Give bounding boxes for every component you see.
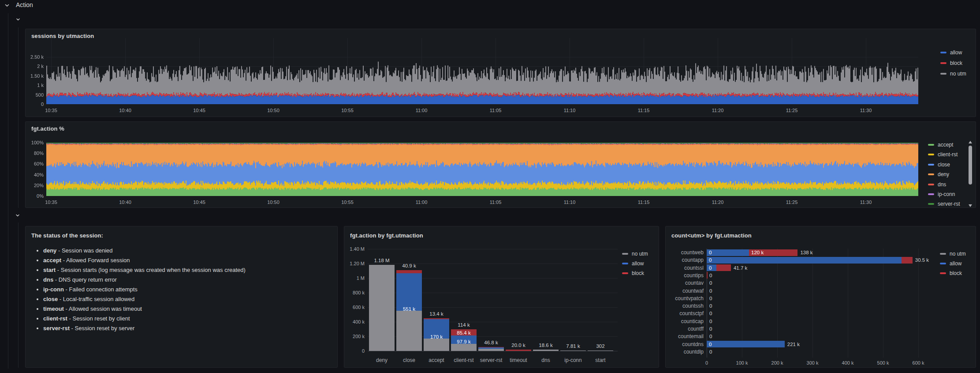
legend-scrollbar[interactable] bbox=[968, 139, 973, 208]
x-axis-tick: 10:50 bbox=[256, 200, 291, 205]
subrow-collapse-chevron-icon[interactable] bbox=[15, 16, 22, 23]
legend-swatch bbox=[928, 144, 934, 146]
bar-segment-no utm[interactable] bbox=[533, 350, 559, 351]
bar-segment-no utm[interactable] bbox=[560, 350, 586, 351]
scrollbar-thumb[interactable] bbox=[969, 146, 972, 185]
x-axis-tick: 400 k bbox=[835, 360, 861, 365]
x-axis-tick: 200 k bbox=[764, 360, 790, 365]
bar-segment-allow[interactable] bbox=[707, 341, 785, 347]
legend-item-block[interactable]: block bbox=[940, 60, 962, 66]
y-axis-tick: 20% bbox=[26, 183, 44, 188]
status-item: dns - DNS query return error bbox=[43, 275, 334, 285]
y-axis-tick: 2.50 k bbox=[26, 54, 44, 60]
legend-item-no utm[interactable]: no utm bbox=[940, 71, 966, 76]
y-category-label: counticap bbox=[666, 319, 704, 324]
bar-value-label: 0 bbox=[709, 334, 712, 339]
legend-swatch bbox=[940, 62, 946, 64]
bar-value-label: 0 bbox=[709, 288, 712, 294]
legend-item-dns[interactable]: dns bbox=[928, 182, 946, 187]
status-item: timeout - Allowed session was timeout bbox=[43, 304, 334, 314]
bar-value-label: 0 bbox=[709, 257, 712, 263]
legend-item-block[interactable]: block bbox=[940, 271, 962, 276]
subrow2-collapse-chevron-icon[interactable] bbox=[15, 212, 22, 219]
y-axis-tick: 400 k bbox=[344, 319, 365, 324]
status-description: - Allowed session was timeout bbox=[64, 305, 142, 312]
status-item: client-rst - Session reset by client bbox=[43, 314, 334, 324]
action-percent-area-chart[interactable] bbox=[46, 143, 918, 196]
legend-swatch bbox=[940, 52, 946, 53]
y-axis-tick: 1 M bbox=[344, 275, 365, 281]
legend-item-ip-conn[interactable]: ip-conn bbox=[928, 192, 955, 197]
status-term: ip-conn bbox=[43, 286, 64, 293]
y-axis-tick: 600 k bbox=[344, 305, 365, 310]
bar-value-label: 0 bbox=[709, 342, 712, 347]
legend-item-no utm[interactable]: no utm bbox=[622, 251, 648, 256]
bar-segment-block[interactable] bbox=[424, 318, 449, 319]
status-description: - Session reset by server bbox=[70, 325, 134, 332]
legend-swatch bbox=[940, 73, 946, 75]
y-category-label: countwaf bbox=[666, 288, 704, 294]
dashboard: Action sessions by utmaction allowblockn… bbox=[0, 0, 980, 373]
bar-segment-allow[interactable] bbox=[707, 257, 902, 264]
bar-value-label: 0 bbox=[709, 319, 712, 324]
bar-value-label: 0 bbox=[709, 273, 712, 279]
bar-segment-block[interactable] bbox=[396, 270, 422, 273]
y-axis-tick: 1.50 k bbox=[26, 73, 44, 79]
x-axis-tick: 11:30 bbox=[848, 200, 883, 205]
bar-segment-allow[interactable] bbox=[396, 273, 422, 311]
x-axis-tick: 600 k bbox=[905, 360, 932, 365]
x-axis-tick: 11:15 bbox=[626, 108, 661, 113]
scrollbar-down-icon[interactable] bbox=[969, 204, 972, 207]
panel-title: fgt.action % bbox=[31, 125, 64, 132]
status-item: server-rst - Session reset by server bbox=[43, 324, 334, 333]
legend-item-accept[interactable]: accept bbox=[928, 142, 953, 147]
row-collapse-chevron-icon[interactable] bbox=[4, 2, 11, 9]
legend-swatch bbox=[622, 272, 628, 274]
legend-item-close[interactable]: close bbox=[928, 162, 950, 167]
legend-label: block bbox=[950, 60, 962, 66]
status-item: deny - Session was denied bbox=[43, 246, 334, 256]
legend-item-client-rst[interactable]: client-rst bbox=[928, 152, 958, 157]
legend-item-no utm[interactable]: no utm bbox=[940, 251, 966, 256]
x-axis-tick: 11:10 bbox=[552, 200, 587, 205]
legend-item-allow[interactable]: allow bbox=[622, 261, 644, 266]
subrow2-indent-guide bbox=[18, 222, 19, 368]
bar-segment-no utm[interactable] bbox=[588, 350, 613, 351]
bar-segment-block[interactable] bbox=[902, 257, 912, 264]
bar-segment-block[interactable] bbox=[506, 350, 531, 351]
y-category-label: countff bbox=[666, 326, 704, 332]
scrollbar-up-icon[interactable] bbox=[969, 141, 972, 143]
legend-item-allow[interactable]: allow bbox=[940, 261, 961, 266]
x-axis-tick: 10:45 bbox=[182, 200, 217, 205]
legend-swatch bbox=[622, 253, 628, 255]
bar-segment-block[interactable] bbox=[707, 272, 708, 279]
sessions-area-chart[interactable] bbox=[46, 38, 918, 104]
legend-item-block[interactable]: block bbox=[622, 271, 644, 276]
bar-value-label: 41.7 k bbox=[734, 265, 747, 271]
legend-item-server-rst[interactable]: server-rst bbox=[928, 201, 960, 207]
bar-segment-block[interactable] bbox=[716, 264, 731, 271]
legend-item-allow[interactable]: allow bbox=[940, 50, 962, 55]
x-axis-tick: 11:20 bbox=[700, 108, 735, 113]
x-axis-tick: 11:00 bbox=[404, 200, 439, 205]
bar-value-label: 0 bbox=[709, 303, 712, 309]
row-title[interactable]: Action bbox=[16, 1, 33, 8]
status-description: - DNS query return error bbox=[53, 276, 117, 283]
legend-label: block bbox=[950, 271, 962, 276]
x-axis-tick: 11:30 bbox=[848, 108, 883, 113]
x-axis-tick: 11:20 bbox=[700, 200, 735, 205]
bar-value-label: 0 bbox=[709, 311, 712, 316]
y-category-label: countemail bbox=[666, 334, 704, 339]
bar-segment-no utm[interactable] bbox=[478, 349, 504, 351]
x-axis-tick: 11:15 bbox=[626, 200, 661, 205]
status-item: ip-conn - Failed connection attempts bbox=[43, 285, 334, 294]
legend-swatch bbox=[928, 184, 934, 185]
x-axis-tick: 11:25 bbox=[774, 108, 809, 113]
legend-item-deny[interactable]: deny bbox=[928, 172, 949, 177]
bar-value-label: 0 bbox=[709, 280, 712, 286]
x-axis-tick: 0 bbox=[693, 360, 720, 365]
panel-title: The status of the session: bbox=[31, 232, 103, 239]
y-category-label: countsctpf bbox=[666, 311, 704, 316]
legend-label: deny bbox=[938, 172, 949, 177]
bar-segment-allow[interactable] bbox=[707, 249, 749, 256]
